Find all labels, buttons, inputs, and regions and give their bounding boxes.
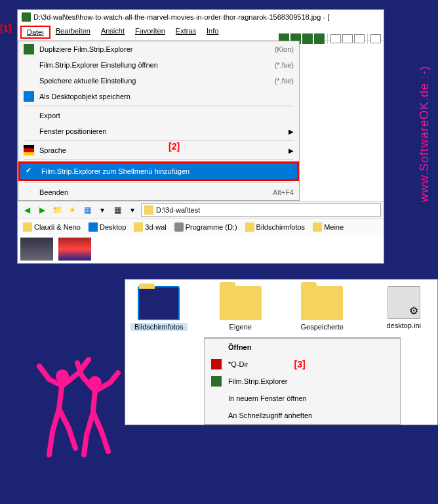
app-icon (22, 12, 31, 22)
submenu-arrow-icon: ▶ (289, 128, 294, 135)
favorites-bar: Claudi & Neno Desktop 3d-wal Programme (… (18, 219, 384, 235)
favorite-item[interactable]: Desktop (86, 221, 129, 233)
folder-icon (220, 286, 262, 320)
menu-label: Speichere aktuelle Einstellung (39, 77, 269, 85)
ctx-label: *Q-Dir (228, 360, 249, 368)
menu-label: Film.Strip.Explorer Einstellung öffnen (39, 61, 269, 69)
menu-label: Sprache (39, 146, 283, 154)
blank-icon (211, 410, 222, 421)
thumbnail-row (18, 235, 384, 263)
ctx-filmstrip[interactable]: Film.Strip.Explorer (205, 373, 400, 390)
menu-shortcut: (*.fse) (275, 61, 294, 69)
menu-item-export[interactable]: Export (18, 108, 299, 123)
blank-icon (24, 75, 34, 86)
context-menu: Öffnen *Q-Dir [3] Film.Strip.Explorer In… (204, 337, 401, 425)
menu-extras[interactable]: Extras (170, 26, 201, 39)
favorite-item[interactable]: Claudi & Neno (20, 221, 83, 233)
image-preview (298, 77, 384, 185)
menu-item-desktop-save[interactable]: Als Desktopobjekt speichern (18, 89, 299, 104)
watermark-text: www.SoftwareOK.de :-) (418, 66, 431, 202)
menu-bearbeiten[interactable]: Bearbeiten (50, 26, 96, 39)
window-title: D:\3d-wal\test\how-to-watch-all-the-marv… (33, 13, 329, 21)
qdir-icon (211, 359, 222, 369)
menu-item-shellmenu[interactable]: ✓ Film.Strip.Explorer zum Shellmenü hinz… (18, 161, 299, 181)
favorite-item[interactable]: Programme (D:) (172, 221, 240, 233)
folder-item[interactable]: Gespeicherte (294, 286, 351, 331)
folder-name: Eigene (212, 323, 269, 331)
menu-favoriten[interactable]: Favoriten (130, 26, 170, 39)
folder-icon (134, 222, 143, 232)
favorite-label: 3d-wal (145, 223, 166, 231)
thumbnail[interactable] (20, 238, 53, 261)
disk-icon (174, 222, 184, 232)
file-item[interactable]: desktop.ini (376, 286, 433, 331)
menu-item-language[interactable]: Sprache ▶ (18, 142, 299, 158)
titlebar: D:\3d-wal\test\how-to-watch-all-the-marv… (18, 10, 384, 24)
path-text: D:\3d-wal\test (156, 206, 200, 214)
ctx-new-window[interactable]: In neuem Fenster öffnen (205, 390, 400, 407)
menu-shortcut: (*.fse) (275, 77, 294, 85)
view-button[interactable]: ▦ (81, 203, 94, 217)
separator (24, 106, 294, 106)
ctx-pin[interactable]: An Schnellzugriff anheften (205, 407, 400, 424)
submenu-arrow-icon: ▶ (289, 147, 294, 154)
menu-info[interactable]: Info (201, 26, 224, 39)
separator (24, 159, 294, 160)
blank-icon (211, 393, 222, 404)
dropdown-button[interactable]: ▾ (126, 203, 139, 217)
star-button[interactable]: ★ (66, 203, 79, 217)
duplicate-icon (24, 44, 34, 54)
folder-icon (23, 222, 32, 232)
film-strip-explorer-window: D:\3d-wal\test\how-to-watch-all-the-marv… (17, 9, 384, 264)
back-button[interactable]: ◀ (20, 203, 33, 217)
folder-icon (245, 222, 254, 232)
menu-item-open-settings[interactable]: Film.Strip.Explorer Einstellung öffnen (… (18, 57, 299, 73)
favorite-item[interactable]: Bildschirmfotos (243, 221, 308, 233)
ctx-label: In neuem Fenster öffnen (228, 394, 307, 402)
folder-icon (301, 286, 343, 320)
explorer-toolbar: ◀ ▶ 📁 ★ ▦ ▾ ▦ ▾ D:\3d-wal\test (18, 201, 384, 219)
separator (24, 182, 294, 183)
folder-item[interactable]: Bildschirmfotos (130, 286, 188, 331)
blank-icon (24, 110, 34, 121)
menu-item-position[interactable]: Fenster positionieren ▶ (18, 123, 299, 139)
path-input[interactable]: D:\3d-wal\test (141, 203, 381, 217)
annotation-3: [3] (294, 359, 306, 369)
favorite-label: Desktop (100, 223, 126, 231)
menu-label: Film.Strip.Explorer zum Shellmenü hinzuf… (41, 167, 292, 175)
dropdown-button[interactable]: ▾ (96, 203, 109, 217)
folder-icon (138, 286, 180, 320)
menu-shortcut: Alt+F4 (273, 188, 294, 196)
menu-label: Beenden (39, 188, 268, 196)
favorite-item[interactable]: Meine (310, 221, 346, 233)
menu-item-save-settings[interactable]: Speichere aktuelle Einstellung (*.fse) (18, 73, 299, 89)
menu-shortcut: (Klon) (275, 45, 294, 53)
up-button[interactable]: 📁 (50, 203, 64, 217)
file-menu-dropdown: Dupliziere Film.Strip.Explorer (Klon) Fi… (18, 41, 300, 201)
check-icon: ✓ (26, 166, 36, 177)
refresh-button[interactable]: ▦ (111, 203, 124, 217)
favorite-label: Bildschirmfotos (256, 223, 306, 231)
ctx-qdir[interactable]: *Q-Dir [3] (205, 356, 400, 373)
ctx-label: An Schnellzugriff anheften (228, 411, 312, 419)
menu-datei[interactable]: Datei (20, 26, 50, 39)
annotation-1: [1] (0, 23, 11, 33)
menu-ansicht[interactable]: Ansicht (96, 26, 130, 39)
filmstrip-icon (211, 376, 222, 387)
dancers-decoration (33, 346, 131, 465)
forward-button[interactable]: ▶ (35, 203, 49, 217)
menu-item-duplicate[interactable]: Dupliziere Film.Strip.Explorer (Klon) (18, 41, 299, 57)
thumbnail[interactable] (58, 238, 91, 261)
desktop-icon (24, 91, 34, 102)
folder-item[interactable]: Eigene (212, 286, 269, 331)
menu-label: Fenster positionieren (39, 127, 283, 135)
ini-file-icon (388, 286, 420, 319)
separator (24, 140, 294, 141)
menu-item-exit[interactable]: Beenden Alt+F4 (18, 184, 299, 200)
folder-icon (144, 205, 153, 215)
ctx-open[interactable]: Öffnen (205, 339, 400, 356)
ctx-label: Öffnen (228, 343, 251, 351)
blank-icon (211, 342, 222, 352)
ctx-label: Film.Strip.Explorer (228, 377, 287, 385)
favorite-item[interactable]: 3d-wal (131, 221, 169, 233)
